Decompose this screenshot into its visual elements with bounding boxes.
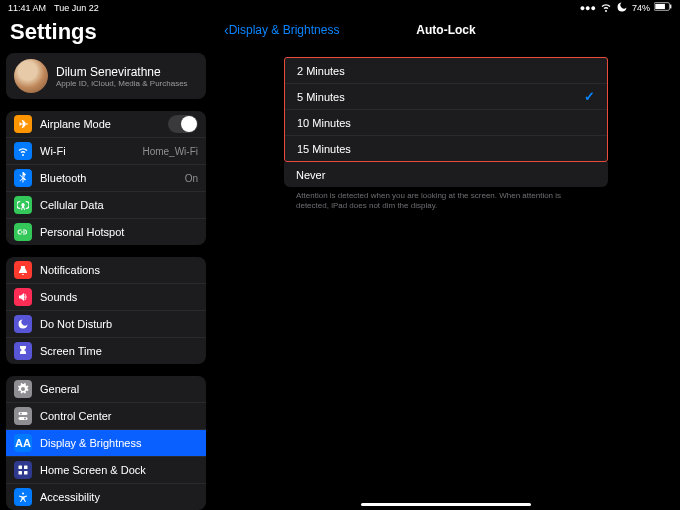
sidebar-item-personal-hotspot[interactable]: Personal Hotspot — [6, 218, 206, 245]
sidebar-item-home-screen-dock[interactable]: Home Screen & Dock — [6, 456, 206, 483]
status-right: ●●● 74% — [580, 1, 672, 15]
sidebar-item-label: General — [40, 383, 198, 395]
option-label: 2 Minutes — [297, 65, 345, 77]
sidebar-item-label: Do Not Disturb — [40, 318, 198, 330]
sidebar-item-value: On — [185, 173, 198, 184]
signal-icon: ●●● — [580, 3, 596, 13]
sidebar-item-value: Home_Wi-Fi — [142, 146, 198, 157]
battery-icon — [654, 2, 672, 13]
snd-icon — [14, 288, 32, 306]
sidebar-item-label: Notifications — [40, 264, 198, 276]
sidebar-item-label: Sounds — [40, 291, 198, 303]
svg-rect-1 — [655, 4, 665, 9]
avatar — [14, 59, 48, 93]
wifi-icon — [14, 142, 32, 160]
back-button[interactable]: ‹ Display & Brightness — [224, 22, 339, 38]
svg-rect-9 — [19, 471, 23, 475]
svg-rect-4 — [19, 417, 28, 420]
home-indicator[interactable] — [361, 503, 531, 506]
cc-icon — [14, 407, 32, 425]
sidebar-item-notifications[interactable]: Notifications — [6, 257, 206, 283]
autolock-options-highlighted: 2 Minutes5 Minutes✓10 Minutes15 Minutes — [284, 57, 608, 162]
hg-icon — [14, 342, 32, 360]
toggle[interactable] — [168, 115, 198, 133]
sidebar-item-sounds[interactable]: Sounds — [6, 283, 206, 310]
profile-name: Dilum Senevirathne — [56, 65, 188, 79]
sidebar-item-wi-fi[interactable]: Wi-FiHome_Wi-Fi — [6, 137, 206, 164]
svg-point-6 — [24, 418, 26, 420]
back-label: Display & Brightness — [229, 23, 340, 37]
grid-icon — [14, 461, 32, 479]
group-notifications: NotificationsSoundsDo Not DisturbScreen … — [6, 257, 206, 364]
navbar: ‹ Display & Brightness Auto-Lock — [224, 15, 668, 45]
sidebar-item-label: Wi-Fi — [40, 145, 134, 157]
option-row[interactable]: 10 Minutes — [285, 109, 607, 135]
option-row[interactable]: 2 Minutes — [285, 58, 607, 83]
status-time: 11:41 AM — [8, 3, 46, 13]
option-label: 5 Minutes — [297, 91, 345, 103]
sidebar-item-accessibility[interactable]: Accessibility — [6, 483, 206, 510]
svg-rect-3 — [19, 412, 28, 415]
settings-title: Settings — [10, 19, 202, 45]
svg-rect-8 — [24, 466, 28, 470]
bt-icon — [14, 169, 32, 187]
svg-rect-10 — [24, 471, 28, 475]
dnd-icon — [616, 1, 628, 15]
option-row[interactable]: 15 Minutes — [285, 135, 607, 161]
link-icon — [14, 223, 32, 241]
AA-icon: AA — [14, 434, 32, 452]
option-label: 10 Minutes — [297, 117, 351, 129]
footer-note: Attention is detected when you are looki… — [296, 191, 596, 212]
sidebar-item-control-center[interactable]: Control Center — [6, 402, 206, 429]
moon-icon — [14, 315, 32, 333]
svg-point-5 — [20, 413, 22, 415]
svg-rect-2 — [670, 5, 671, 9]
detail-pane: ‹ Display & Brightness Auto-Lock 2 Minut… — [212, 15, 680, 510]
sidebar-item-label: Accessibility — [40, 491, 198, 503]
option-label: 15 Minutes — [297, 143, 351, 155]
status-date: Tue Jun 22 — [54, 3, 99, 13]
✈-icon: ✈ — [14, 115, 32, 133]
option-row[interactable]: 5 Minutes✓ — [285, 83, 607, 109]
sidebar-item-label: Bluetooth — [40, 172, 177, 184]
sidebar-item-label: Home Screen & Dock — [40, 464, 198, 476]
sidebar-item-cellular-data[interactable]: Cellular Data — [6, 191, 206, 218]
option-never[interactable]: Never — [284, 162, 608, 187]
sidebar-item-airplane-mode[interactable]: ✈Airplane Mode — [6, 111, 206, 137]
sidebar-item-label: Control Center — [40, 410, 198, 422]
sidebar: Settings Dilum Senevirathne Apple ID, iC… — [0, 15, 212, 510]
sidebar-item-label: Display & Brightness — [40, 437, 198, 449]
svg-rect-7 — [19, 466, 23, 470]
svg-point-11 — [22, 493, 24, 495]
checkmark-icon: ✓ — [584, 89, 595, 104]
sidebar-item-label: Personal Hotspot — [40, 226, 198, 238]
sidebar-item-screen-time[interactable]: Screen Time — [6, 337, 206, 364]
sidebar-item-label: Airplane Mode — [40, 118, 160, 130]
status-bar: 11:41 AM Tue Jun 22 ●●● 74% — [0, 0, 680, 15]
profile-sub: Apple ID, iCloud, Media & Purchases — [56, 79, 188, 88]
sidebar-item-label: Cellular Data — [40, 199, 198, 211]
group-general: GeneralControl CenterAADisplay & Brightn… — [6, 376, 206, 510]
group-connectivity: ✈Airplane ModeWi-FiHome_Wi-FiBluetoothOn… — [6, 111, 206, 245]
ant-icon — [14, 196, 32, 214]
battery-pct: 74% — [632, 3, 650, 13]
sidebar-item-general[interactable]: General — [6, 376, 206, 402]
sidebar-item-display-brightness[interactable]: AADisplay & Brightness — [6, 429, 206, 456]
acc-icon — [14, 488, 32, 506]
option-label: Never — [296, 169, 325, 181]
profile-row[interactable]: Dilum Senevirathne Apple ID, iCloud, Med… — [6, 53, 206, 99]
bell-icon — [14, 261, 32, 279]
sidebar-item-do-not-disturb[interactable]: Do Not Disturb — [6, 310, 206, 337]
wifi-icon — [600, 1, 612, 15]
sidebar-item-label: Screen Time — [40, 345, 198, 357]
sidebar-item-bluetooth[interactable]: BluetoothOn — [6, 164, 206, 191]
gear-icon — [14, 380, 32, 398]
